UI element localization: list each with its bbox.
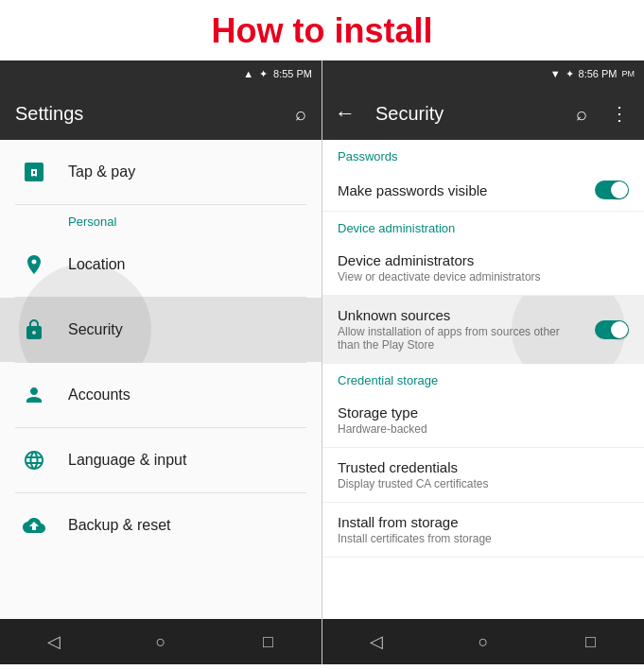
passwords-section-label: Passwords <box>322 140 644 169</box>
wifi-icon: ▲ <box>243 68 253 79</box>
right-back-btn[interactable]: ◁ <box>357 623 395 661</box>
unknown-sources-subtitle: Allow installation of apps from sources … <box>338 325 583 352</box>
right-signal-icon: ✦ <box>566 68 574 80</box>
status-bar-right: ▼ ✦ 8:56 PM PM <box>322 60 644 87</box>
make-passwords-toggle[interactable] <box>595 180 629 199</box>
tap-pay-icon <box>15 153 53 191</box>
more-options-icon[interactable]: ⋮ <box>602 96 636 130</box>
storage-type-subtitle: Hardware-backed <box>338 422 629 436</box>
search-icon[interactable]: ⌕ <box>565 96 599 130</box>
unknown-sources-toggle-knob <box>611 321 628 338</box>
tap-pay-label: Tap & pay <box>68 163 135 180</box>
phones-container: ▲ ✦ 8:55 PM Settings ⌕ Tap & pay Person <box>0 60 644 664</box>
left-bottom-nav: ◁ ○ □ <box>0 619 322 664</box>
install-from-storage-title: Install from storage <box>338 514 629 530</box>
settings-header: Settings ⌕ <box>0 87 322 140</box>
unknown-sources-title: Unknown sources <box>338 307 583 323</box>
left-status-time: 8:55 PM <box>273 68 312 79</box>
settings-item-location[interactable]: Location <box>0 232 322 297</box>
trusted-credentials-text: Trusted credentials Display trusted CA c… <box>338 459 629 490</box>
make-passwords-toggle-knob <box>611 181 628 198</box>
security-content: Passwords Make passwords visible Device … <box>322 140 644 619</box>
right-home-btn[interactable]: ○ <box>464 623 502 661</box>
accounts-label: Accounts <box>68 387 131 404</box>
install-from-storage-text: Install from storage Install certificate… <box>338 514 629 545</box>
credential-storage-section-label: Credential storage <box>322 364 644 393</box>
storage-type-text: Storage type Hardware-backed <box>338 404 629 436</box>
storage-type-item[interactable]: Storage type Hardware-backed <box>322 393 644 448</box>
unknown-sources-text: Unknown sources Allow installation of ap… <box>338 307 583 352</box>
settings-item-security[interactable]: Security <box>0 298 322 362</box>
unknown-sources-toggle[interactable] <box>595 320 629 339</box>
install-from-storage-subtitle: Install certificates from storage <box>338 532 629 545</box>
device-administrators-item[interactable]: Device administrators View or deactivate… <box>322 241 644 296</box>
unknown-sources-item[interactable]: Unknown sources Allow installation of ap… <box>322 296 644 364</box>
right-bottom-nav: ◁ ○ □ <box>322 619 644 664</box>
storage-type-title: Storage type <box>338 404 629 421</box>
signal-icon: ✦ <box>259 68 268 80</box>
backup-icon <box>15 507 53 544</box>
security-icon <box>15 311 53 349</box>
page-title: How to install <box>0 0 644 60</box>
settings-list: Tap & pay Personal Location <box>0 140 322 619</box>
install-from-storage-item[interactable]: Install from storage Install certificate… <box>322 503 644 558</box>
location-icon <box>15 246 53 283</box>
right-panel: ▼ ✦ 8:56 PM PM ← Security ⌕ ⋮ Passwords … <box>322 60 644 664</box>
device-administrators-subtitle: View or deactivate device administrators <box>338 270 629 283</box>
settings-item-tap-pay[interactable]: Tap & pay <box>0 140 322 204</box>
unknown-sources-wrap: Unknown sources Allow installation of ap… <box>322 296 644 364</box>
backup-label: Backup & reset <box>68 517 171 534</box>
status-bar-left: ▲ ✦ 8:55 PM <box>0 60 322 87</box>
location-label: Location <box>68 256 126 273</box>
left-recents-btn[interactable]: □ <box>249 623 287 661</box>
back-button[interactable]: ← <box>326 94 364 132</box>
make-passwords-visible-title: Make passwords visible <box>338 182 583 198</box>
settings-item-accounts[interactable]: Accounts <box>0 363 322 427</box>
language-label: Language & input <box>68 452 186 469</box>
accounts-icon <box>15 376 53 414</box>
left-home-btn[interactable]: ○ <box>142 623 180 661</box>
right-status-time: 8:56 PM <box>579 68 618 79</box>
trusted-credentials-item[interactable]: Trusted credentials Display trusted CA c… <box>322 448 644 503</box>
make-passwords-visible-item[interactable]: Make passwords visible <box>322 169 644 212</box>
right-pm-label: PM <box>622 69 635 78</box>
settings-item-language[interactable]: Language & input <box>0 428 322 492</box>
settings-title: Settings <box>15 103 83 125</box>
trusted-credentials-title: Trusted credentials <box>338 459 629 475</box>
security-label: Security <box>68 321 123 338</box>
make-passwords-visible-text: Make passwords visible <box>338 182 583 198</box>
security-page-title: Security <box>368 103 561 125</box>
right-recents-btn[interactable]: □ <box>571 623 609 661</box>
left-back-btn[interactable]: ◁ <box>35 623 73 661</box>
security-header: ← Security ⌕ ⋮ <box>322 87 644 140</box>
trusted-credentials-subtitle: Display trusted CA certificates <box>338 477 629 490</box>
left-panel: ▲ ✦ 8:55 PM Settings ⌕ Tap & pay Person <box>0 60 322 664</box>
device-administrators-text: Device administrators View or deactivate… <box>338 252 629 283</box>
device-administrators-title: Device administrators <box>338 252 629 268</box>
right-wifi-icon: ▼ <box>550 68 561 79</box>
settings-search-icon[interactable]: ⌕ <box>295 103 306 125</box>
section-personal: Personal <box>0 205 322 232</box>
device-admin-section-label: Device administration <box>322 212 644 241</box>
header-actions: ⌕ ⋮ <box>565 96 636 130</box>
settings-item-backup[interactable]: Backup & reset <box>0 493 322 558</box>
language-icon <box>15 441 53 479</box>
